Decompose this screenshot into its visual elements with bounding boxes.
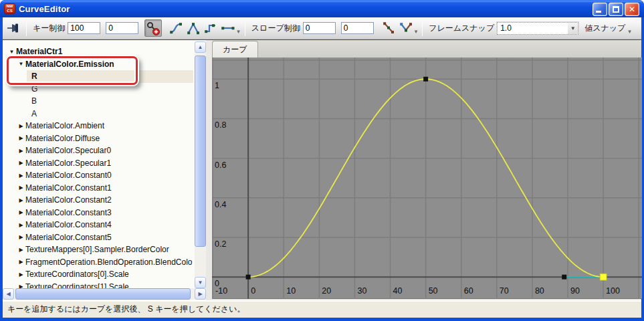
tree-item-label: TextureMappers[0].Sampler.BorderColor xyxy=(25,245,169,254)
tree-item-g[interactable]: G xyxy=(3,83,193,96)
scroll-left-button[interactable]: ◀ xyxy=(3,288,14,300)
combo-arrow-icon[interactable]: ▼ xyxy=(568,23,578,34)
tree-collapse-icon[interactable]: ▼ xyxy=(8,49,15,55)
tree-item-label: TextureCoordinators[1].Scale xyxy=(25,282,129,288)
x-tick-label-10: 10 xyxy=(286,286,296,296)
tree-item-texturecoordinators-1-scale[interactable]: ▶TextureCoordinators[1].Scale xyxy=(3,281,193,289)
tree-item-materialcolor-constant1[interactable]: ▶MaterialColor.Constant1 xyxy=(3,182,193,195)
tree-horizontal-scrollbar[interactable]: ◀ ▶ xyxy=(3,288,206,300)
vertical-scroll-thumb[interactable] xyxy=(195,56,206,247)
tree-expand-icon[interactable]: ▶ xyxy=(17,222,25,228)
tree-item-label: B xyxy=(31,96,37,106)
tree-expand-icon[interactable]: ▶ xyxy=(17,185,25,191)
curve-plot-area[interactable]: -10010203040506070809010000.20.40.60.81 xyxy=(212,58,642,299)
tree-item-materialcolor-ambient[interactable]: ▶MaterialColor.Ambient xyxy=(3,120,193,132)
interp-flat-button[interactable] xyxy=(219,19,237,37)
tree-item-materialcolor-specular1[interactable]: ▶MaterialColor.Specular1 xyxy=(3,157,193,170)
interp-smooth-button[interactable] xyxy=(167,19,185,37)
tree-expand-icon[interactable]: ▶ xyxy=(17,148,25,154)
tree-item-label: MaterialColor.Constant4 xyxy=(25,220,112,229)
tree-item-materialcolor-emission[interactable]: ▼MaterialColor.Emission xyxy=(3,58,193,71)
tree-item-r[interactable]: R xyxy=(3,70,193,83)
tree-item-texturemappers-0-sampler-bordercolor[interactable]: ▶TextureMappers[0].Sampler.BorderColor xyxy=(3,243,193,256)
tree-collapse-icon[interactable]: ▼ xyxy=(17,61,25,67)
app-window: NW CS CurveEditor ✕ キー制御 xyxy=(0,0,644,321)
x-tick-label-90: 90 xyxy=(570,286,580,296)
tree-vertical-scrollbar[interactable]: ▲ ▼ xyxy=(195,41,206,288)
selected-curve-key-3[interactable] xyxy=(600,274,607,280)
minimize-button[interactable] xyxy=(593,3,607,16)
tree-item-materialcolor-constant2[interactable]: ▶MaterialColor.Constant2 xyxy=(3,194,193,207)
y-tick-label-0.6: 0.6 xyxy=(215,160,226,170)
slope-v-button[interactable] xyxy=(397,19,415,37)
frame-snap-combobox[interactable]: 1.0 ▼ xyxy=(497,22,578,35)
curve-key-1[interactable] xyxy=(423,77,428,82)
tree-item-materialcolor-diffuse[interactable]: ▶MaterialColor.Diffuse xyxy=(3,132,193,145)
curve-key-2[interactable] xyxy=(562,275,566,280)
tree-expand-icon[interactable]: ▶ xyxy=(17,209,25,215)
tree-item-materialctr1[interactable]: ▼MaterialCtr1 xyxy=(3,45,193,58)
tree-item-materialcolor-constant5[interactable]: ▶MaterialColor.Constant5 xyxy=(3,231,193,244)
main-area: ▼MaterialCtr1▼MaterialColor.EmissionRGBA… xyxy=(3,40,641,300)
interp-step-button[interactable] xyxy=(202,19,219,37)
horizontal-scroll-thumb[interactable] xyxy=(15,288,191,300)
add-key-button[interactable] xyxy=(144,19,162,37)
tree-item-materialcolor-specular0[interactable]: ▶MaterialColor.Specular0 xyxy=(3,144,193,157)
overflow-chevron-icon[interactable]: ▾ xyxy=(628,23,631,40)
tree-item-b[interactable]: B xyxy=(3,95,193,108)
tree-expand-icon[interactable]: ▶ xyxy=(17,234,25,240)
tree-expand-icon[interactable]: ▶ xyxy=(17,123,25,129)
tree-expand-icon[interactable]: ▶ xyxy=(17,247,25,253)
scroll-down-button[interactable]: ▼ xyxy=(195,277,206,288)
tree-item-materialcolor-constant3[interactable]: ▶MaterialColor.Constant3 xyxy=(3,207,193,219)
key-control-label: キー制御 xyxy=(33,23,65,34)
tab-curve[interactable]: カーブ xyxy=(212,41,258,58)
tree-expand-icon[interactable]: ▶ xyxy=(17,259,25,265)
x-tick-label-30: 30 xyxy=(357,286,366,296)
scroll-right-button[interactable]: ▶ xyxy=(195,288,206,300)
tree-item-a[interactable]: A xyxy=(3,108,193,120)
tree-item-label: MaterialColor.Constant3 xyxy=(25,208,112,217)
key-value-input[interactable] xyxy=(106,22,138,34)
overflow-chevron-icon[interactable]: ▾ xyxy=(415,23,418,40)
curve-key-0[interactable] xyxy=(246,275,251,280)
tree-item-materialcolor-constant0[interactable]: ▶MaterialColor.Constant0 xyxy=(3,169,193,182)
tree-expand-icon[interactable]: ▶ xyxy=(17,272,25,278)
maximize-button[interactable] xyxy=(609,3,623,16)
scroll-up-button[interactable]: ▲ xyxy=(195,41,206,53)
app-icon-line2: CS xyxy=(5,9,15,13)
y-tick-label-0.2: 0.2 xyxy=(215,239,226,249)
tree-item-label: MaterialColor.Constant1 xyxy=(25,183,112,193)
titlebar[interactable]: NW CS CurveEditor ✕ xyxy=(0,0,644,17)
minimize-icon xyxy=(596,11,601,13)
x-tick-label-20: 20 xyxy=(322,286,331,296)
slope-out-input[interactable] xyxy=(341,22,374,34)
slope-in-input[interactable] xyxy=(303,22,336,34)
tabbar: カーブ xyxy=(212,40,641,58)
key-frame-input[interactable] xyxy=(68,22,100,34)
tree-item-label: FragmentOperation.BlendOperation.BlendCo… xyxy=(25,257,192,267)
overflow-chevron-icon[interactable]: ▾ xyxy=(237,23,240,40)
curve-chart[interactable]: -10010203040506070809010000.20.40.60.81 xyxy=(212,58,642,299)
tree-expand-icon[interactable]: ▶ xyxy=(17,160,25,166)
slope-line-button[interactable] xyxy=(380,19,397,37)
tree-expand-icon[interactable]: ▶ xyxy=(17,135,25,141)
pin-icon xyxy=(7,21,21,35)
maximize-icon xyxy=(613,6,619,13)
interp-linear-button[interactable] xyxy=(185,19,202,37)
y-tick-label-0.8: 0.8 xyxy=(215,120,226,130)
x-tick-label-70: 70 xyxy=(500,286,509,296)
toolbar: キー制御 xyxy=(3,17,641,39)
tree-item-label: MaterialColor.Constant2 xyxy=(25,195,112,205)
tree-expand-icon[interactable]: ▶ xyxy=(17,197,25,203)
tree-item-fragmentoperation-blendoperation-blendcolo[interactable]: ▶FragmentOperation.BlendOperation.BlendC… xyxy=(3,256,193,269)
close-button[interactable]: ✕ xyxy=(625,3,639,16)
tree-item-texturecoordinators-0-scale[interactable]: ▶TextureCoordinators[0].Scale xyxy=(3,268,193,281)
tree-expand-icon[interactable]: ▶ xyxy=(17,173,25,179)
pin-button[interactable] xyxy=(5,19,23,37)
y-tick-label-0.4: 0.4 xyxy=(215,200,226,209)
interp-linear-icon xyxy=(186,21,201,35)
tree-expand-icon[interactable]: ▶ xyxy=(17,284,25,288)
add-key-icon xyxy=(146,21,160,35)
tree-item-materialcolor-constant4[interactable]: ▶MaterialColor.Constant4 xyxy=(3,219,193,231)
